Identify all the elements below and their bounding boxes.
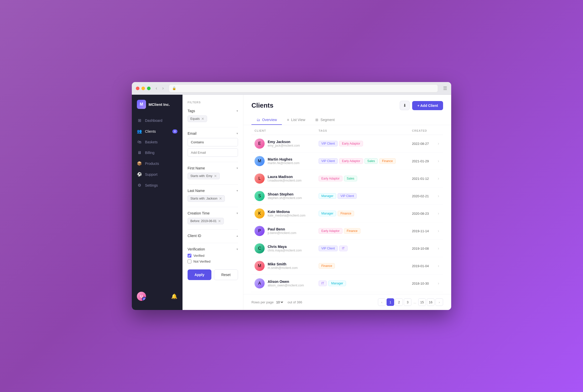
tab-list-view[interactable]: ≡ List View [282,115,310,125]
sidebar-item-clients[interactable]: 👥 Clients 8 [132,126,183,137]
export-button[interactable]: ⬇ [400,101,410,110]
page-2-button[interactable]: 2 [395,298,403,306]
divider [188,162,238,162]
company-name: MClient Inc. [149,102,170,107]
sidebar-item-baskets[interactable]: 🛍 Baskets [132,137,183,147]
next-page-button[interactable]: › [435,298,443,306]
client-email: l.madisonk@mclient.com [268,179,302,182]
verified-checkbox[interactable] [188,254,191,258]
lock-icon: 🔒 [172,86,176,90]
page-15-button[interactable]: 15 [418,298,426,306]
close-button[interactable] [136,87,139,90]
rows-per-page-select[interactable]: 10 25 50 [275,300,284,304]
sidebar-item-support[interactable]: ⚽ Support [132,169,183,180]
remove-tag-button[interactable]: ✕ [201,117,204,121]
prev-page-button[interactable]: ‹ [378,298,386,306]
row-chevron-right-icon[interactable]: › [438,229,439,233]
main-content: Clients ⬇ + Add Client 🗂 Overview ≡ [243,95,451,310]
page-1-button[interactable]: 1 [387,298,394,306]
row-chevron-right-icon[interactable]: › [438,264,439,268]
row-chevron-right-icon[interactable]: › [438,246,439,250]
table-row: M Mike Smith m.smith@mclient.com Finance… [251,257,443,275]
avatar: S [254,191,265,201]
row-chevron-right-icon[interactable]: › [438,194,439,198]
remove-firstname-button[interactable]: ✕ [214,174,217,178]
row-chevron-right-icon[interactable]: › [438,211,439,215]
client-email: p.benn@mclient.com [268,231,296,235]
filter-firstname-label[interactable]: First Name ▾ [188,166,238,170]
bell-icon[interactable]: 🔔 [171,293,177,299]
client-name: Kate Medona [268,210,305,214]
filter-creation-time-label[interactable]: Creation Time ▾ [188,211,238,215]
created-cell: 2018-02-18 [409,292,435,294]
add-client-button[interactable]: + Add Client [412,101,443,110]
tags-cell: Early AdaptorSales [316,292,409,294]
segment-tab-icon: ⊞ [315,118,318,122]
out-of-label: out of 386 [287,300,302,304]
avatar: M [254,261,265,271]
row-chevron-right-icon[interactable]: › [438,141,439,146]
page-numbers: ‹ 1 2 3 ... 15 16 › [378,298,443,306]
tag: Finance [319,263,335,269]
tab-segment[interactable]: ⊞ Segment [310,115,340,125]
tag: Finance [379,158,396,164]
maximize-button[interactable] [147,87,151,90]
email-input[interactable] [188,148,238,157]
chevron-down-icon: ▾ [236,247,238,251]
row-chevron-right-icon[interactable]: › [438,176,439,181]
filter-section-creation-time: Creation Time ▾ Before: 2019-06-01 ✕ [188,211,238,224]
remove-creation-time-button[interactable]: ✕ [218,219,221,223]
client-email: kate_medona@mclient.com [268,214,305,217]
browser-menu-icon[interactable]: ☰ [443,86,447,91]
tag: Early Adaptor [319,228,342,234]
client-name: Chris Maya [268,245,302,249]
filter-tag-creation-time: Before: 2019-06-01 ✕ [188,218,224,224]
tags-cell: VIP ClientEarly AdaptorSalesFinance [316,152,409,170]
sidebar-item-label: Billing [145,151,154,155]
row-chevron-right-icon[interactable]: › [438,281,439,285]
tab-overview[interactable]: 🗂 Overview [251,115,282,125]
sidebar-item-billing[interactable]: 🖥 Billing [132,147,183,158]
products-icon: 📦 [137,161,142,166]
tag: Early Adaptor [339,141,363,146]
forward-button[interactable]: › [160,85,166,92]
page-3-button[interactable]: 3 [404,298,411,306]
user-avatar[interactable]: U [137,292,146,301]
filter-clientid-label[interactable]: Client ID ▴ [188,234,238,238]
created-cell: 2020-08-23 [409,205,435,222]
sidebar-item-label: Baskets [145,140,158,144]
created-cell: 2019-11-14 [409,222,435,240]
sidebar-item-settings[interactable]: ⚙ Settings [132,180,183,191]
table-row: A Alison Owen alison_owen@mclient.com IT… [251,275,443,292]
avatar: C [254,243,265,253]
filter-email-label[interactable]: Email ▾ [188,131,238,135]
page-16-button[interactable]: 16 [427,298,434,306]
row-chevron-right-icon[interactable]: › [438,159,439,163]
rows-per-page-label: Rows per page [251,300,274,304]
table-row: L Laura Madison l.madisonk@mclient.com E… [251,170,443,187]
filter-lastname-label[interactable]: Last Name ▾ [188,189,238,193]
tags-cell: ManagerVIP Client [316,187,409,205]
address-bar[interactable]: 🔒 [169,84,438,92]
sidebar-item-label: Products [145,162,159,166]
browser-titlebar: ‹ › 🔒 ☰ [132,82,451,95]
logo-icon: M [137,100,146,109]
divider [188,243,238,243]
remove-lastname-button[interactable]: ✕ [219,197,222,201]
minimize-button[interactable] [141,87,145,90]
reset-button[interactable]: Reset [214,269,238,280]
tags-cell: ManagerFinance [316,205,409,222]
not-verified-checkbox[interactable] [188,260,191,263]
dashboard-icon: ⊞ [137,118,142,123]
client-name: Paul Benn [268,227,296,231]
apply-button[interactable]: Apply [188,269,211,280]
filter-tags-label[interactable]: Tags ▾ [188,109,238,113]
client-name: Martin Hughes [268,157,300,161]
back-button[interactable]: ‹ [154,85,159,92]
sidebar-item-products[interactable]: 📦 Products [132,158,183,169]
sidebar-item-dashboard[interactable]: ⊞ Dashboard [132,115,183,126]
email-contains-select[interactable]: Contains Equals Starts with [188,138,238,146]
clients-badge: 8 [172,129,177,133]
sidebar-item-label: Settings [145,183,158,187]
filter-verification-label[interactable]: Verification ▾ [188,247,238,251]
